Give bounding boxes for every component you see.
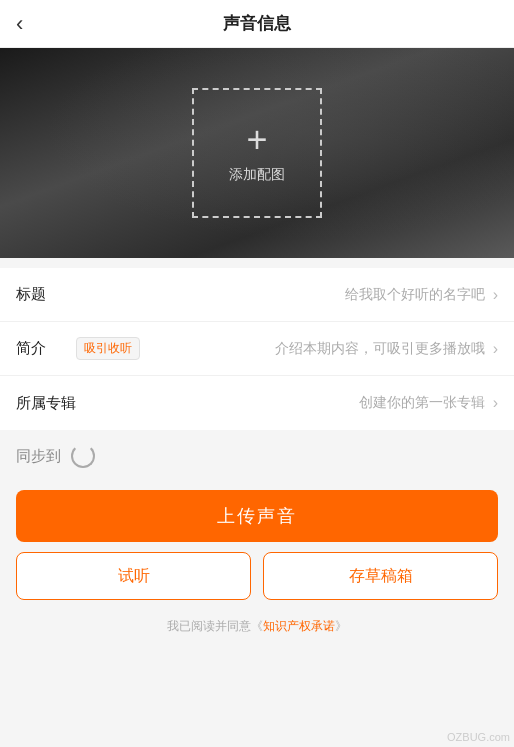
copyright-link[interactable]: 知识产权承诺 bbox=[263, 619, 335, 633]
upload-button[interactable]: 上传声音 bbox=[16, 490, 498, 542]
plus-icon: + bbox=[246, 122, 267, 158]
sync-label: 同步到 bbox=[16, 447, 61, 466]
footer-suffix: 》 bbox=[335, 619, 347, 633]
description-label: 简介 bbox=[16, 339, 76, 358]
add-image-box[interactable]: + 添加配图 bbox=[192, 88, 322, 218]
sync-icon[interactable] bbox=[71, 444, 95, 468]
header: ‹ 声音信息 bbox=[0, 0, 514, 48]
cover-area[interactable]: + 添加配图 bbox=[0, 48, 514, 258]
back-button[interactable]: ‹ bbox=[16, 11, 23, 37]
attract-tag: 吸引收听 bbox=[76, 337, 140, 360]
description-row[interactable]: 简介 吸引收听 介绍本期内容，可吸引更多播放哦 › bbox=[0, 322, 514, 376]
watermark: OZBUG.com bbox=[447, 731, 510, 743]
draft-button[interactable]: 存草稿箱 bbox=[263, 552, 498, 600]
button-section: 上传声音 试听 存草稿箱 bbox=[0, 478, 514, 608]
title-value: 给我取个好听的名字吧 bbox=[76, 286, 489, 304]
secondary-button-row: 试听 存草稿箱 bbox=[16, 552, 498, 600]
add-image-label: 添加配图 bbox=[229, 166, 285, 184]
description-value: 介绍本期内容，可吸引更多播放哦 bbox=[148, 340, 489, 358]
sync-section: 同步到 bbox=[0, 430, 514, 478]
album-value: 创建你的第一张专辑 bbox=[76, 394, 489, 412]
footer-prefix: 我已阅读并同意《 bbox=[167, 619, 263, 633]
preview-button[interactable]: 试听 bbox=[16, 552, 251, 600]
album-row[interactable]: 所属专辑 创建你的第一张专辑 › bbox=[0, 376, 514, 430]
form-section: 标题 给我取个好听的名字吧 › 简介 吸引收听 介绍本期内容，可吸引更多播放哦 … bbox=[0, 268, 514, 430]
title-arrow: › bbox=[493, 286, 498, 304]
title-row[interactable]: 标题 给我取个好听的名字吧 › bbox=[0, 268, 514, 322]
footer-text: 我已阅读并同意《知识产权承诺》 bbox=[0, 608, 514, 639]
album-label: 所属专辑 bbox=[16, 394, 76, 413]
description-arrow: › bbox=[493, 340, 498, 358]
title-label: 标题 bbox=[16, 285, 76, 304]
page-title: 声音信息 bbox=[223, 12, 291, 35]
album-arrow: › bbox=[493, 394, 498, 412]
